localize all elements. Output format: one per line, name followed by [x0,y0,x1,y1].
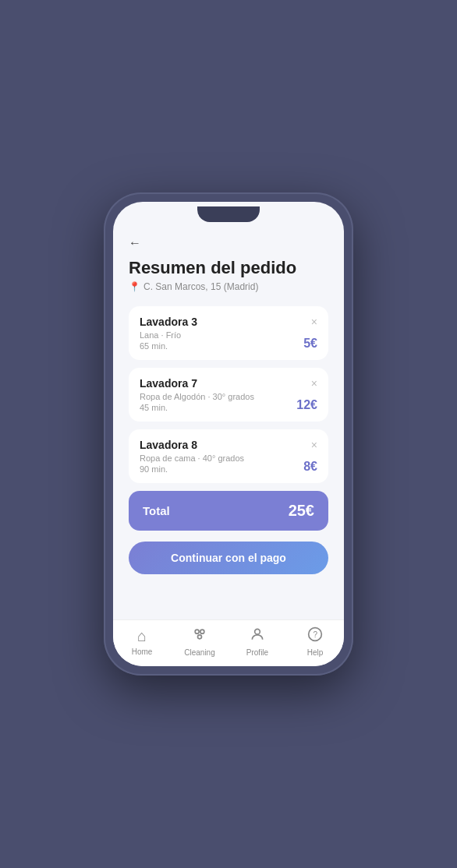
item-card-3: Lavadora 8 Ropa de cama · 40° grados 90 … [129,429,328,483]
item-card-2: Lavadora 7 Ropa de Algodón · 30° grados … [129,368,328,422]
svg-point-1 [200,630,204,633]
item-price-1: 5€ [303,337,317,351]
phone-frame: ← Resumen del pedido 📍 C. San Marcos, 15… [104,192,353,676]
svg-point-0 [195,630,199,633]
nav-item-help[interactable]: ? Help [296,626,335,657]
help-icon: ? [307,626,323,646]
item-details-3: Ropa de cama · 40° grados [140,453,317,463]
item-close-2[interactable]: × [311,377,317,390]
item-card-1: Lavadora 3 Lana · Frío 65 min. 5€ × [129,306,328,360]
item-price-2: 12€ [296,398,317,412]
address-row: 📍 C. San Marcos, 15 (Madrid) [129,281,328,292]
item-price-3: 8€ [303,460,317,474]
bottom-nav: ⌂ Home Cleaning [113,619,344,666]
nav-label-help: Help [307,648,324,657]
total-label: Total [143,504,170,517]
svg-point-2 [198,635,202,639]
item-time-3: 90 min. [140,464,317,474]
nav-item-cleaning[interactable]: Cleaning [180,626,219,657]
cleaning-icon [192,626,207,646]
item-details-2: Ropa de Algodón · 30° grados [140,392,317,401]
item-time-1: 65 min. [140,341,317,351]
nav-label-profile: Profile [246,648,268,657]
nav-item-home[interactable]: ⌂ Home [122,627,161,656]
home-icon: ⌂ [137,627,147,645]
item-close-1[interactable]: × [311,316,317,328]
screen-content: ← Resumen del pedido 📍 C. San Marcos, 15… [113,202,344,619]
nav-label-home: Home [132,647,153,656]
phone-screen: ← Resumen del pedido 📍 C. San Marcos, 15… [113,202,344,666]
nav-label-cleaning: Cleaning [184,648,214,657]
nav-item-profile[interactable]: Profile [238,626,277,657]
location-icon: 📍 [129,281,140,292]
page-title: Resumen del pedido [129,258,328,278]
item-details-1: Lana · Frío [140,330,317,340]
cta-button[interactable]: Continuar con el pago [129,542,328,574]
item-name-1: Lavadora 3 [140,316,317,328]
item-name-3: Lavadora 8 [140,439,317,451]
total-bar: Total 25€ [129,491,328,531]
total-amount: 25€ [289,502,314,520]
profile-icon [250,626,265,646]
item-name-2: Lavadora 7 [140,377,317,390]
svg-point-3 [255,629,260,634]
back-button[interactable]: ← [129,236,328,250]
item-time-2: 45 min. [140,403,317,412]
address-text: C. San Marcos, 15 (Madrid) [143,281,258,292]
svg-text:?: ? [314,630,318,639]
phone-notch [197,206,260,222]
item-close-3[interactable]: × [311,439,317,451]
